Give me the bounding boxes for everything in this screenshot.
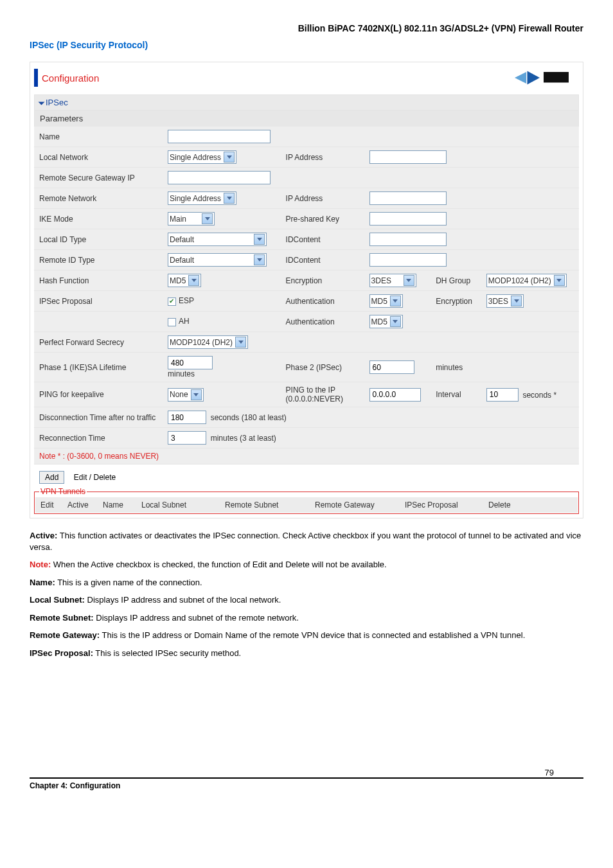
vpn-tunnels-section: VPN Tunnels Edit Active Name Local Subne… [34, 492, 579, 514]
chevron-down-icon [188, 275, 199, 286]
disc-input[interactable] [168, 411, 206, 424]
header-stripe [34, 69, 38, 87]
ping-ip-hint: (0.0.0.0:NEVER) [286, 394, 343, 403]
vpn-tunnels-title: VPN Tunnels [39, 487, 87, 496]
remote-id-type-label: Remote ID Type [34, 250, 163, 270]
auth-esp-enc-label: Encryption [431, 291, 481, 312]
chevron-down-icon [390, 316, 401, 327]
encryption-select-value: 3DES [371, 276, 401, 285]
local-id-type-label: Local ID Type [34, 229, 163, 250]
esp-label: ESP [179, 296, 194, 305]
local-network-select-value: Single Address [170, 153, 221, 162]
chevron-down-icon [202, 213, 213, 224]
idcontent-label-2: IDContent [281, 250, 364, 270]
hash-select[interactable]: MD5 [168, 274, 201, 287]
ah-label: AH [179, 317, 190, 326]
auth-ah-select-value: MD5 [371, 317, 387, 326]
desc-name-label: Name: [30, 578, 55, 587]
chevron-down-icon [554, 275, 565, 286]
ip-address-label-2: IP Address [281, 188, 364, 209]
vpn-tunnels-header: Edit Active Name Local Subnet Remote Sub… [35, 497, 578, 513]
local-idcontent-input[interactable] [369, 233, 447, 246]
name-input[interactable] [168, 130, 271, 143]
recon-input[interactable] [168, 431, 206, 445]
dh-group-label: DH Group [431, 270, 481, 291]
local-ip-input[interactable] [369, 150, 447, 164]
remote-id-type-select[interactable]: Default [168, 253, 267, 267]
local-id-type-select[interactable]: Default [168, 233, 267, 246]
hash-select-value: MD5 [170, 276, 186, 285]
vpn-col-delete: Delete [483, 497, 578, 513]
vpn-col-proposal: IPSec Proposal [400, 497, 483, 513]
ipsec-proposal-label: IPSec Proposal [34, 291, 163, 312]
ping-ip-label: PING to the IP(0.0.0.0:NEVER) [281, 382, 364, 407]
remote-ip-input[interactable] [369, 191, 447, 205]
auth-esp-enc-select-value: 3DES [488, 297, 508, 306]
chevron-down-icon [390, 296, 401, 306]
pfs-select[interactable]: MODP1024 (DH2) [168, 335, 248, 349]
auth-esp-enc-select[interactable]: 3DES [486, 294, 524, 308]
dh-group-select[interactable]: MODP1024 (DH2) [486, 274, 567, 287]
doc-title: Billion BiPAC 7402NX(L) 802.11n 3G/ADSL2… [30, 23, 583, 33]
ping-select-value: None [170, 390, 188, 399]
ipsec-section-header[interactable]: IPSec [34, 95, 579, 111]
brand-logo [515, 69, 573, 87]
disc-label: Disconnection Time after no traffic [34, 407, 163, 428]
ping-select[interactable]: None [168, 388, 204, 402]
svg-marker-0 [515, 72, 526, 84]
ipsec-form-table: Name Local Network Single Address IP Add… [34, 127, 579, 448]
esp-checkbox[interactable] [168, 297, 176, 306]
desc-remote-subnet-text: Displays IP address and subnet of the re… [94, 613, 299, 623]
encryption-label: Encryption [281, 270, 364, 291]
description-block: Active: This function activates or deact… [30, 530, 583, 659]
name-label: Name [34, 127, 163, 147]
local-network-label: Local Network [34, 147, 163, 168]
ah-checkbox[interactable] [168, 318, 176, 326]
phase1-input[interactable] [168, 356, 213, 369]
desc-note-text: When the Active checkbox is checked, the… [51, 560, 386, 569]
parameters-header: Parameters [34, 111, 579, 127]
idcontent-label-1: IDContent [281, 229, 364, 250]
local-id-type-select-value: Default [170, 235, 194, 244]
svg-rect-2 [544, 72, 569, 83]
auth-ah-select[interactable]: MD5 [369, 315, 403, 328]
remote-network-select[interactable]: Single Address [168, 191, 236, 205]
chevron-down-icon [224, 152, 235, 163]
disc-unit: seconds (180 at least) [211, 413, 287, 422]
svg-marker-1 [528, 71, 540, 85]
vpn-col-name: Name [98, 497, 136, 513]
interval-input[interactable] [486, 388, 519, 402]
desc-local-subnet-label: Local Subnet: [30, 595, 85, 605]
chevron-down-icon [254, 254, 265, 265]
ike-mode-select[interactable]: Main [168, 212, 215, 226]
vpn-col-active: Active [62, 497, 98, 513]
chevron-down-icon [511, 296, 522, 306]
vpn-col-remote-subnet: Remote Subnet [220, 497, 310, 513]
encryption-select[interactable]: 3DES [369, 274, 416, 287]
remote-idcontent-input[interactable] [369, 253, 447, 267]
phase2-unit: minutes [431, 353, 579, 382]
section-title: IPSec (IP Security Protocol) [30, 40, 583, 50]
auth-esp-select[interactable]: MD5 [369, 294, 403, 308]
phase2-input[interactable] [369, 360, 414, 374]
ping-label: PING for keepalive [34, 382, 163, 407]
hash-label: Hash Function [34, 270, 163, 291]
ipsec-label: IPSec [46, 98, 68, 107]
auth-esp-select-value: MD5 [371, 297, 387, 306]
preshared-label: Pre-shared Key [281, 209, 364, 229]
config-panel: Configuration IPSec Parameters Name Loca… [30, 62, 583, 518]
desc-local-subnet-text: Displays IP address and subnet of the lo… [85, 595, 281, 605]
preshared-input[interactable] [369, 212, 447, 226]
edit-delete-link[interactable]: Edit / Delete [74, 472, 116, 483]
interval-unit: seconds * [522, 390, 556, 399]
desc-ipsec-proposal-label: IPSec Proposal: [30, 648, 93, 658]
ping-ip-input[interactable] [369, 388, 421, 402]
desc-active-label: Active: [30, 531, 57, 540]
local-network-select[interactable]: Single Address [168, 150, 236, 164]
add-button[interactable]: Add [39, 471, 64, 484]
phase2-label: Phase 2 (IPSec) [281, 353, 364, 382]
panel-title: Configuration [42, 73, 99, 84]
desc-note-label: Note: [30, 560, 51, 569]
remote-gw-input[interactable] [168, 171, 271, 184]
vpn-col-edit: Edit [35, 497, 62, 513]
